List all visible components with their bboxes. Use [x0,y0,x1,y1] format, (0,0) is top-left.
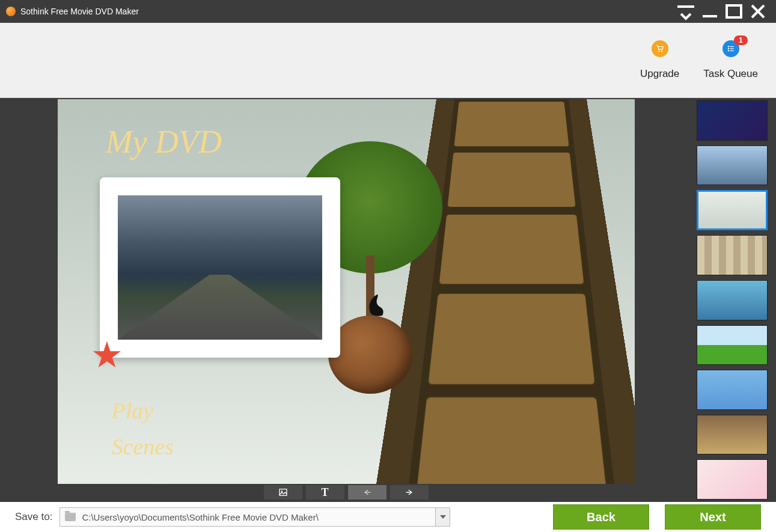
list-icon: 1 [723,40,739,57]
next-button[interactable]: Next [665,504,761,530]
template-thumb-pier-sea[interactable] [697,280,768,320]
dvd-menu-canvas[interactable]: ★ My DVD Play Scenes [58,99,635,484]
svg-point-6 [727,48,729,49]
template-thumb-green-field[interactable] [697,325,768,365]
video-frame[interactable] [100,177,340,358]
toolbar: Upgrade 1 Task Queue [0,23,776,98]
title-bar: Sothink Free Movie DVD Maker [0,0,776,23]
swan-decoration [364,289,388,319]
template-thumb-vintage-stripes[interactable] [697,235,768,275]
scenes-menu-text[interactable]: Scenes [112,433,174,460]
minimize-button[interactable] [698,0,722,23]
add-image-button[interactable] [264,485,302,500]
save-path-dropdown[interactable]: C:\Users\yoyo\Documents\Sothink Free Mov… [60,507,450,527]
maximize-button[interactable] [722,0,746,23]
add-text-button[interactable]: T [306,485,344,500]
close-button[interactable] [746,0,770,23]
svg-point-4 [727,46,729,47]
svg-point-8 [727,50,729,51]
chevron-down-icon[interactable] [435,508,450,526]
bottom-bar: Save to: C:\Users\yoyo\Documents\Sothink… [0,502,776,532]
template-thumb-pink-flowers[interactable] [697,459,768,500]
cart-icon [652,40,668,57]
starfish-decoration: ★ [91,334,133,376]
task-queue-button[interactable]: 1 Task Queue [703,40,758,80]
app-title: Sothink Free Movie DVD Maker [20,7,139,16]
folder-icon [65,513,76,521]
save-path-value: C:\Users\yoyo\Documents\Sothink Free Mov… [82,512,318,522]
template-thumb-birds-sky[interactable] [697,370,768,410]
video-thumbnail [118,195,322,340]
task-queue-badge: 1 [734,35,748,45]
template-thumb-sunset-camels[interactable] [697,415,768,455]
app-icon [6,7,16,16]
canvas-area: ★ My DVD Play Scenes T [0,98,692,502]
next-arrow-button[interactable] [390,485,429,500]
svg-rect-9 [730,50,733,51]
template-thumb-nature-tree[interactable] [697,190,768,230]
dropdown-menu-icon[interactable] [674,0,698,23]
svg-rect-7 [730,48,733,49]
workspace: ★ My DVD Play Scenes T [0,98,776,502]
upgrade-button[interactable]: Upgrade [640,40,679,80]
template-sidebar[interactable] [692,98,776,502]
task-queue-label: Task Queue [703,68,758,80]
back-button[interactable]: Back [553,504,649,530]
save-to-label: Save to: [15,511,52,523]
prev-arrow-button[interactable] [348,485,386,500]
upgrade-label: Upgrade [640,68,679,80]
template-thumb-moon-city[interactable] [697,145,768,186]
dvd-title-text[interactable]: My DVD [106,123,222,161]
svg-rect-1 [727,5,741,17]
svg-rect-5 [730,46,733,47]
template-thumb-cosmic-purple[interactable] [697,100,768,141]
canvas-controls: T [264,485,429,502]
play-menu-text[interactable]: Play [112,397,154,424]
